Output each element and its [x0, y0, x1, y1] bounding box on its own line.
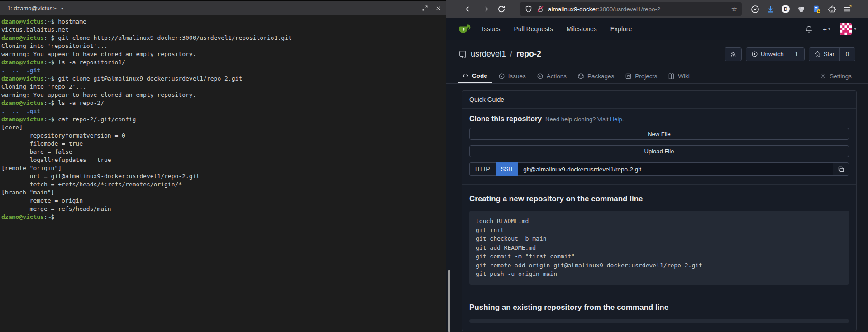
- help-link[interactable]: Help: [610, 116, 622, 123]
- ssh-protocol-button[interactable]: SSH: [496, 162, 518, 176]
- tab-packages-label: Packages: [587, 73, 614, 80]
- tab-packages[interactable]: Packages: [573, 66, 619, 83]
- account-blob-icon[interactable]: [796, 4, 806, 14]
- browser-toolbar: almalinux9-docker:3000/usrdevel1/repo-2 …: [446, 0, 868, 18]
- avatar: [840, 23, 852, 35]
- clone-heading: Clone this repository: [469, 115, 542, 123]
- nav-milestones[interactable]: Milestones: [567, 25, 597, 33]
- url-text[interactable]: almalinux9-docker:3000/usrdevel1/repo-2: [548, 6, 729, 13]
- nav-explore[interactable]: Explore: [610, 25, 632, 33]
- url-bar[interactable]: almalinux9-docker:3000/usrdevel1/repo-2 …: [520, 2, 742, 16]
- extensions-puzzle-icon[interactable]: [827, 4, 837, 14]
- gitea-navbar: Issues Pull Requests Milestones Explore …: [446, 18, 868, 40]
- terminal-close-icon[interactable]: [435, 5, 441, 11]
- tab-issues-label: Issues: [508, 73, 526, 80]
- clone-help-text: Need help cloning? Visit Help.: [545, 116, 624, 123]
- repo-name-link[interactable]: repo-2: [516, 49, 541, 59]
- push-repo-codeblock: [469, 319, 849, 323]
- clone-url-input[interactable]: git@almalinux9-docker:usrdevel1/repo-2.g…: [518, 162, 833, 176]
- tab-code-label: Code: [472, 72, 487, 79]
- create-new-button[interactable]: + ▾: [823, 25, 830, 33]
- unwatch-label: Unwatch: [761, 51, 784, 57]
- star-label: Star: [824, 51, 835, 57]
- browser-window: almalinux9-docker:3000/usrdevel1/repo-2 …: [446, 0, 868, 332]
- tab-wiki[interactable]: Wiki: [663, 66, 694, 83]
- notifications-bell-icon[interactable]: [805, 25, 813, 33]
- downloads-icon[interactable]: [765, 4, 775, 14]
- tab-settings[interactable]: Settings: [815, 66, 856, 83]
- reload-icon[interactable]: [496, 4, 506, 14]
- terminal-output[interactable]: dzamo@victus:~$ hostnamevictus.balaitus.…: [0, 15, 446, 221]
- create-repo-code[interactable]: touch README.md git init git checkout -b…: [476, 217, 843, 279]
- user-menu[interactable]: ▾: [840, 23, 856, 35]
- menu-hamburger-icon[interactable]: [842, 4, 852, 14]
- http-protocol-button[interactable]: HTTP: [469, 162, 496, 176]
- clone-section: Clone this repository Need help cloning?…: [462, 109, 856, 184]
- terminal-titlebar[interactable]: 1: dzamo@victus:~ ▾: [0, 0, 446, 15]
- tab-actions-label: Actions: [547, 73, 567, 80]
- tab-projects-label: Projects: [635, 73, 657, 80]
- tab-wiki-label: Wiki: [678, 73, 690, 80]
- repo-content: Quick Guide Clone this repository Need h…: [446, 84, 868, 331]
- url-domain: almalinux9-docker: [548, 6, 598, 13]
- push-repo-heading: Pushing an existing repository from the …: [469, 299, 849, 312]
- back-icon[interactable]: [464, 4, 474, 14]
- repo-separator: /: [510, 49, 512, 59]
- clone-url-row: HTTP SSH git@almalinux9-docker:usrdevel1…: [469, 162, 849, 176]
- copy-url-button[interactable]: [833, 162, 849, 176]
- repo-header: usrdevel1 / repo-2 Unwatch 1: [446, 40, 868, 66]
- tab-issues[interactable]: Issues: [494, 66, 530, 83]
- screen: 1: dzamo@victus:~ ▾ dzamo@victus:~$ host…: [0, 0, 868, 332]
- star-button-group: Star 0: [809, 47, 855, 61]
- clone-help-prefix: Need help cloning? Visit: [545, 116, 608, 123]
- tab-projects[interactable]: Projects: [620, 66, 662, 83]
- upload-file-button[interactable]: Upload File: [469, 145, 849, 157]
- terminal-window: 1: dzamo@victus:~ ▾ dzamo@victus:~$ host…: [0, 0, 446, 332]
- pocket-icon[interactable]: [750, 4, 760, 14]
- tab-code[interactable]: Code: [458, 66, 492, 83]
- insecure-lock-icon[interactable]: [536, 5, 544, 13]
- forward-icon[interactable]: [480, 4, 490, 14]
- push-repo-section: Pushing an existing repository from the …: [462, 293, 856, 331]
- rss-button[interactable]: [725, 47, 742, 61]
- toolbar-extensions: D: [750, 4, 852, 14]
- clone-help-suffix: .: [622, 116, 624, 123]
- star-button[interactable]: Star: [809, 48, 839, 61]
- chevron-down-icon: ▾: [854, 27, 856, 31]
- watchers-count[interactable]: 1: [789, 48, 804, 61]
- create-repo-section: Creating a new repository on the command…: [462, 184, 856, 293]
- plus-icon: +: [823, 25, 827, 33]
- unwatch-button[interactable]: Unwatch: [746, 48, 789, 61]
- tab-settings-label: Settings: [830, 73, 852, 80]
- quick-guide-box: Quick Guide Clone this repository Need h…: [462, 90, 857, 331]
- create-repo-heading: Creating a new repository on the command…: [469, 191, 849, 204]
- nav-pull-requests[interactable]: Pull Requests: [514, 25, 553, 33]
- stars-count[interactable]: 0: [839, 48, 855, 61]
- nav-issues[interactable]: Issues: [482, 25, 500, 33]
- repo-title: usrdevel1 / repo-2: [458, 49, 541, 59]
- tab-actions[interactable]: Actions: [532, 66, 571, 83]
- translate-doc-icon[interactable]: [811, 4, 821, 14]
- repo-owner-link[interactable]: usrdevel1: [471, 49, 506, 59]
- bookmark-star-icon[interactable]: ☆: [731, 5, 737, 13]
- shield-icon[interactable]: [525, 5, 533, 13]
- terminal-title: 1: dzamo@victus:~: [7, 5, 57, 12]
- gitea-logo-icon[interactable]: [458, 22, 471, 36]
- watch-button-group: Unwatch 1: [746, 47, 805, 61]
- create-repo-codeblock: touch README.md git init git checkout -b…: [469, 211, 849, 285]
- chevron-down-icon: ▾: [828, 27, 830, 31]
- terminal-restore-icon[interactable]: [422, 5, 428, 11]
- url-path: :3000/usrdevel1/repo-2: [598, 6, 661, 13]
- terminal-scrollbar[interactable]: [448, 270, 450, 332]
- new-file-button[interactable]: New File: [469, 128, 849, 140]
- quick-guide-title: Quick Guide: [462, 91, 856, 109]
- container-d-icon[interactable]: D: [781, 4, 791, 14]
- repo-book-icon: [458, 50, 467, 58]
- repo-tabs: Code Issues Actions Packages Project: [446, 66, 868, 84]
- terminal-title-caret-icon[interactable]: ▾: [61, 6, 63, 11]
